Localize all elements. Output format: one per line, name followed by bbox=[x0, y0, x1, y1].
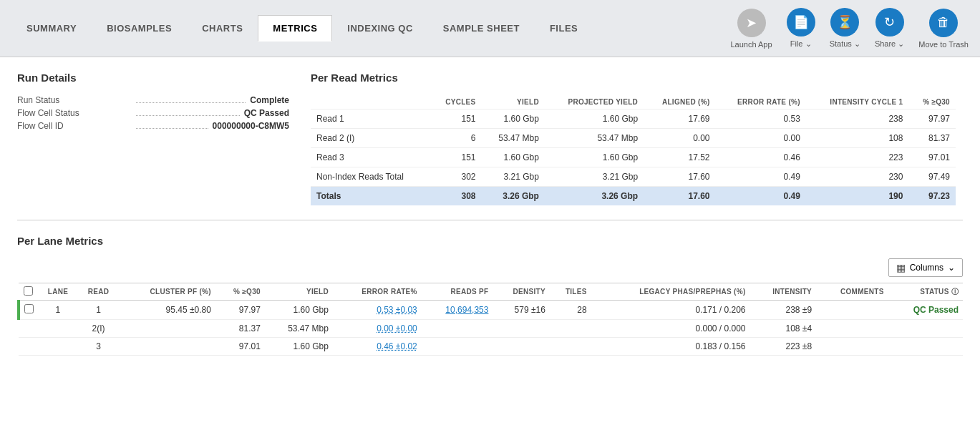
density-val bbox=[493, 338, 549, 356]
intensity-val: 238 ±9 bbox=[750, 301, 817, 320]
run-status-label: Run Status bbox=[17, 95, 132, 105]
totals-projected-yield: 3.26 Gbp bbox=[545, 187, 644, 206]
comments-val bbox=[816, 301, 888, 320]
col-density: DENSITY bbox=[493, 283, 549, 301]
flow-cell-id-row: Flow Cell ID 000000000-C8MW5 bbox=[17, 121, 289, 131]
yield-val: 1.60 Gbp bbox=[265, 338, 333, 356]
col-checkbox bbox=[19, 283, 38, 301]
read-cycles: 151 bbox=[431, 148, 482, 167]
totals-yield: 3.26 Gbp bbox=[482, 187, 545, 206]
read-projected-yield: 3.21 Gbp bbox=[545, 167, 644, 187]
columns-chevron-icon: ⌄ bbox=[948, 263, 955, 273]
status-button[interactable]: ⏳ Status ⌄ bbox=[830, 8, 860, 49]
per-read-row: Non-Index Reads Total 302 3.21 Gbp 3.21 … bbox=[311, 167, 956, 187]
move-to-trash-button[interactable]: 🗑 Move to Trash bbox=[918, 9, 969, 49]
yield-val: 1.60 Gbp bbox=[265, 301, 333, 320]
col-header-yield: YIELD bbox=[482, 95, 545, 109]
col-status: STATUS ⓘ bbox=[888, 283, 963, 301]
totals-row: Totals 308 3.26 Gbp 3.26 Gbp 17.60 0.49 … bbox=[311, 187, 956, 206]
col-q30: % ≥Q30 bbox=[215, 283, 265, 301]
read-yield: 1.60 Gbp bbox=[482, 109, 545, 129]
intensity-val: 223 ±8 bbox=[750, 338, 817, 356]
tiles-val bbox=[550, 320, 591, 338]
section-divider bbox=[17, 220, 963, 220]
col-comments: COMMENTS bbox=[816, 283, 888, 301]
share-icon: ↻ bbox=[875, 8, 904, 36]
read-yield: 53.47 Mbp bbox=[482, 129, 545, 148]
col-error-rate: ERROR RATE% bbox=[333, 283, 422, 301]
tab-charts[interactable]: CHARTS bbox=[187, 15, 258, 42]
flow-cell-status-value: QC Passed bbox=[244, 108, 289, 118]
status-cell[interactable]: QC Passed bbox=[888, 301, 963, 320]
lane-row: 3 97.01 1.60 Gbp 0.46 ±0.02 0.183 / 0.15… bbox=[19, 338, 963, 356]
read-aligned: 17.52 bbox=[644, 148, 715, 167]
density-val bbox=[493, 320, 549, 338]
intensity-val: 108 ±4 bbox=[750, 320, 817, 338]
tab-metrics[interactable]: METRICS bbox=[258, 15, 332, 42]
col-lane: LANE bbox=[38, 283, 78, 301]
share-button[interactable]: ↻ Share ⌄ bbox=[875, 8, 904, 49]
flow-cell-status-label: Flow Cell Status bbox=[17, 108, 132, 118]
tab-files[interactable]: FILES bbox=[535, 15, 593, 42]
lane-row: 1 1 95.45 ±0.80 97.97 1.60 Gbp 0.53 ±0.0… bbox=[19, 301, 963, 320]
error-rate-val[interactable]: 0.53 ±0.03 bbox=[333, 301, 422, 320]
read-cycles: 6 bbox=[431, 129, 482, 148]
col-intensity: INTENSITY bbox=[750, 283, 817, 301]
read-label: 3 bbox=[78, 338, 119, 356]
lane-header-row: LANE READ CLUSTER PF (%) % ≥Q30 YIELD ER… bbox=[19, 283, 963, 301]
flow-cell-status-dots bbox=[136, 115, 240, 116]
select-all-checkbox[interactable] bbox=[24, 286, 33, 296]
reads-pf[interactable]: 10,694,353 bbox=[422, 301, 493, 320]
totals-error-rate: 0.49 bbox=[716, 187, 806, 206]
status-icon: ⏳ bbox=[830, 8, 859, 36]
per-read-metrics-table: CYCLES YIELD PROJECTED YIELD ALIGNED (%)… bbox=[311, 95, 956, 205]
per-read-metrics-title: Per Read Metrics bbox=[311, 72, 956, 84]
columns-button[interactable]: ▦ Columns ⌄ bbox=[888, 258, 963, 277]
per-read-metrics-section: Per Read Metrics CYCLES YIELD PROJECTED … bbox=[289, 72, 956, 205]
per-lane-title: Per Lane Metrics bbox=[17, 235, 963, 247]
col-read: READ bbox=[78, 283, 119, 301]
read-name: Read 1 bbox=[311, 109, 431, 129]
per-read-row: Read 2 (I) 6 53.47 Mbp 53.47 Mbp 0.00 0.… bbox=[311, 129, 956, 148]
file-button[interactable]: 📄 File ⌄ bbox=[787, 8, 815, 49]
read-intensity: 230 bbox=[806, 167, 909, 187]
row-checkbox[interactable] bbox=[19, 301, 38, 320]
col-header-cycles: CYCLES bbox=[431, 95, 482, 109]
read-error-rate: 0.00 bbox=[716, 129, 806, 148]
cluster-pf bbox=[119, 338, 215, 356]
per-lane-header: ▦ Columns ⌄ bbox=[17, 258, 963, 277]
read-label: 2(I) bbox=[78, 320, 119, 338]
read-aligned: 17.60 bbox=[644, 167, 715, 187]
trash-icon: 🗑 bbox=[929, 9, 958, 37]
cluster-pf: 95.45 ±0.80 bbox=[119, 301, 215, 320]
read-name: Read 2 (I) bbox=[311, 129, 431, 148]
columns-btn-label: Columns bbox=[910, 263, 943, 273]
flow-cell-id-label: Flow Cell ID bbox=[17, 121, 132, 131]
tab-indexing-qc[interactable]: INDEXING QC bbox=[332, 15, 427, 42]
read-yield: 3.21 Gbp bbox=[482, 167, 545, 187]
col-cluster-pf: CLUSTER PF (%) bbox=[119, 283, 215, 301]
q30-val: 81.37 bbox=[215, 320, 265, 338]
comments-val bbox=[816, 320, 888, 338]
read-q30: 97.97 bbox=[908, 109, 956, 129]
file-icon: 📄 bbox=[787, 8, 815, 36]
tab-biosamples[interactable]: BIOSAMPLES bbox=[92, 15, 187, 42]
tiles-val bbox=[550, 338, 591, 356]
toolbar-actions: ➤ Launch App 📄 File ⌄ ⏳ Status ⌄ ↻ Share… bbox=[731, 8, 969, 49]
launch-app-button[interactable]: ➤ Launch App bbox=[731, 9, 772, 49]
read-name: Read 3 bbox=[311, 148, 431, 167]
lane-checkbox[interactable] bbox=[24, 304, 34, 313]
read-projected-yield: 1.60 Gbp bbox=[545, 109, 644, 129]
legacy-phas-val: 0.183 / 0.156 bbox=[591, 338, 750, 356]
read-aligned: 17.69 bbox=[644, 109, 715, 129]
read-cycles: 151 bbox=[431, 109, 482, 129]
yield-val: 53.47 Mbp bbox=[265, 320, 333, 338]
error-rate-val[interactable]: 0.46 ±0.02 bbox=[333, 338, 422, 356]
tab-sample-sheet[interactable]: SAMPLE SHEET bbox=[428, 15, 535, 42]
read-aligned: 0.00 bbox=[644, 129, 715, 148]
tab-bar: SUMMARY BIOSAMPLES CHARTS METRICS INDEXI… bbox=[11, 15, 731, 42]
q30-val: 97.01 bbox=[215, 338, 265, 356]
error-rate-val[interactable]: 0.00 ±0.00 bbox=[333, 320, 422, 338]
columns-icon: ▦ bbox=[896, 262, 906, 273]
tab-summary[interactable]: SUMMARY bbox=[11, 15, 92, 42]
